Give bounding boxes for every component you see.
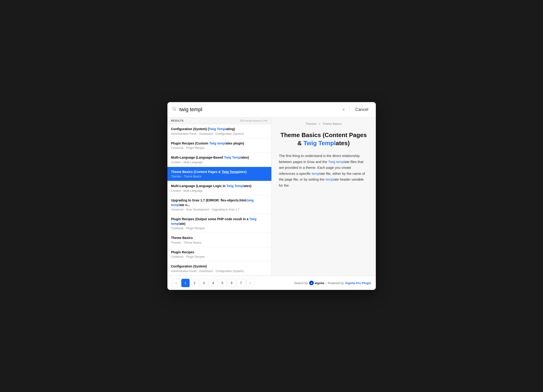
search-input[interactable]: twig templ — [180, 107, 338, 113]
result-breadcrumb: Administration Panel›Dashboard›Configura… — [171, 269, 268, 273]
results-list: Configuration (System) (Twig Templating)… — [167, 124, 272, 276]
result-item[interactable]: Plugin Recipes (Custom Twig templates pl… — [167, 138, 272, 153]
pagination-page-6[interactable]: 6 — [228, 279, 236, 287]
search-modal: twig templ × Cancel RESULTS 155 results … — [167, 102, 376, 290]
algolia-label: algolia — [315, 281, 324, 285]
result-breadcrumb: Administration Panel›Dashboard›Configura… — [171, 132, 268, 136]
pagination-page-4[interactable]: 4 — [209, 279, 217, 287]
result-item[interactable]: Upgrading to Grav 1.7 (ERROR: flex-objec… — [167, 195, 272, 214]
result-breadcrumb: Advanced›Grav Development›Upgrading to G… — [171, 208, 268, 211]
algolia-pro-plugin-link[interactable]: Algolia Pro Plugin — [345, 281, 371, 285]
clear-button[interactable]: × — [340, 106, 347, 113]
preview-title: Theme Basics (Content Pages & Twig Templ… — [279, 131, 368, 147]
result-item[interactable]: Plugin RecipesCookbook›Plugin Recipes — [167, 247, 272, 262]
result-title: Configuration (System) (Twig Templating) — [171, 127, 268, 131]
modal-body: RESULTS 155 results found in 3ms Configu… — [167, 117, 376, 276]
result-title: Configuration (System) — [171, 264, 268, 269]
pagination-page-7[interactable]: 7 — [237, 279, 245, 287]
result-title: Plugin Recipes (Custom Twig templates pl… — [171, 141, 268, 146]
results-header: RESULTS 155 results found in 3ms — [167, 117, 272, 124]
result-title: Multi-Language (Language Logic in Twig T… — [171, 184, 268, 188]
pagination-prev[interactable]: ‹ — [172, 279, 180, 287]
result-title: Theme Basics — [171, 236, 268, 240]
result-item[interactable]: Configuration (System) (Twig Templating)… — [167, 124, 272, 138]
result-breadcrumb: Cookbook›Plugin Recipes — [171, 227, 268, 230]
result-item[interactable]: Multi-Language (Language-Based Twig Temp… — [167, 153, 272, 167]
result-title: Plugin Recipes (Output some PHP code res… — [171, 217, 268, 226]
result-item[interactable]: Theme Basics (Content Pages & Twig Templ… — [167, 167, 272, 181]
search-by-label: Search by — [294, 281, 308, 285]
search-icon — [172, 107, 177, 113]
powered-label: Powered by — [328, 281, 344, 285]
result-breadcrumb: Cookbook›Plugin Recipes — [171, 146, 268, 150]
preview-content: Theme Basics (Content Pages & Twig Templ… — [272, 127, 376, 196]
result-title: Upgrading to Grav 1.7 (ERROR: flex-objec… — [171, 198, 268, 207]
footer-divider: / — [326, 281, 327, 285]
result-title: Multi-Language (Language-Based Twig Temp… — [171, 155, 268, 160]
vertical-divider — [349, 106, 350, 113]
pagination-page-2[interactable]: 2 — [191, 279, 199, 287]
result-item[interactable]: Theme BasicsThemes›Theme Basics — [167, 233, 272, 247]
algolia-icon: a — [309, 281, 314, 285]
pagination-page-1[interactable]: 1 — [181, 279, 190, 287]
modal-footer: ‹1234567› Search by a algolia / Powered … — [167, 276, 376, 290]
preview-breadcrumb: Themes > Theme Basics — [272, 117, 376, 127]
result-breadcrumb: Themes›Theme Basics — [171, 175, 268, 178]
result-breadcrumb: Themes›Theme Basics — [171, 241, 268, 244]
algolia-logo: a algolia — [309, 281, 324, 285]
result-breadcrumb: Content›Multi-Language — [171, 189, 268, 193]
preview-panel: Themes > Theme Basics Theme Basics (Cont… — [272, 117, 376, 276]
results-count: 155 results found in 3ms — [240, 119, 268, 122]
results-label: RESULTS — [171, 119, 184, 122]
pagination-next[interactable]: › — [246, 279, 255, 287]
result-item[interactable]: Plugin Recipes (Output some PHP code res… — [167, 214, 272, 233]
svg-line-1 — [175, 109, 176, 111]
search-bar: twig templ × Cancel — [167, 102, 376, 117]
cancel-button[interactable]: Cancel — [352, 106, 371, 113]
result-item[interactable]: Multi-Language (Language Logic in Twig T… — [167, 181, 272, 195]
pagination: ‹1234567› — [172, 279, 255, 287]
result-title: Theme Basics (Content Pages & Twig Templ… — [171, 170, 268, 174]
results-panel: RESULTS 155 results found in 3ms Configu… — [167, 117, 272, 276]
result-breadcrumb: Content›Multi-Language — [171, 161, 268, 164]
result-title: Plugin Recipes — [171, 250, 268, 255]
pagination-page-3[interactable]: 3 — [200, 279, 208, 287]
result-item[interactable]: Configuration (System)Administration Pan… — [167, 261, 272, 276]
preview-body: The first thing to understand is the dir… — [279, 153, 368, 188]
footer-right: Search by a algolia / Powered by Algolia… — [294, 281, 371, 285]
result-breadcrumb: Cookbook›Plugin Recipes — [171, 255, 268, 258]
pagination-page-5[interactable]: 5 — [218, 279, 227, 287]
